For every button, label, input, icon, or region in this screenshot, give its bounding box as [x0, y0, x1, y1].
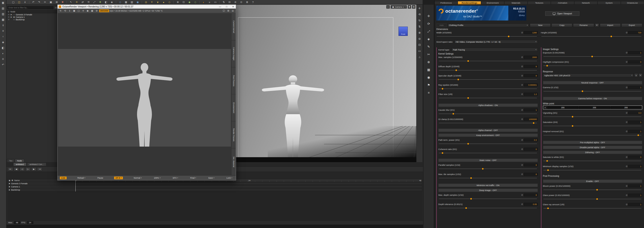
play-button[interactable]: ▷: [26, 167, 30, 171]
top-view-icon[interactable]: ▧: [129, 1, 134, 4]
param-value-field[interactable]: 8: [524, 74, 538, 77]
param-value-field[interactable]: 0: [628, 156, 642, 159]
surface-selection-icon[interactable]: ◉: [426, 75, 431, 80]
translate-tool-icon[interactable]: ⇄: [80, 1, 85, 4]
reset-icon[interactable]: ⊘: [521, 56, 523, 58]
param-value-field[interactable]: 0: [628, 60, 642, 63]
redo-icon[interactable]: ↷: [36, 1, 42, 4]
scene-tree-row[interactable]: ⊙▭BackDrop: [6, 18, 59, 21]
param-value-field[interactable]: 1000000: [524, 118, 538, 121]
reset-icon[interactable]: ⊘: [626, 156, 628, 158]
visibility-icon[interactable]: ⊙: [238, 1, 244, 4]
side-tab-current-kernel[interactable]: Current Kernel: [232, 13, 236, 40]
help-icon[interactable]: ?: [250, 1, 256, 4]
param-value-field[interactable]: 1: [628, 86, 642, 89]
reset-icon[interactable]: ⊘: [626, 31, 628, 34]
param-slider[interactable]: [439, 114, 537, 114]
slider-handle-icon[interactable]: [442, 88, 443, 89]
draw-style-icon[interactable]: ◐: [386, 5, 390, 9]
create-point-light-icon[interactable]: ●: [161, 1, 166, 4]
content-library-icon[interactable]: ▤: [1, 7, 5, 10]
minimize-button[interactable]: —: [217, 5, 223, 9]
param-slider[interactable]: [439, 144, 537, 144]
slider-handle-icon[interactable]: [465, 207, 467, 209]
slider-handle-icon[interactable]: [610, 36, 612, 37]
keyframe-icon[interactable]: ◆: [9, 179, 10, 182]
reset-icon[interactable]: ⊘: [626, 86, 628, 89]
param-slider[interactable]: [439, 178, 537, 178]
track-name[interactable]: ▶Genesis 3 Female: [8, 182, 75, 185]
toggle-header[interactable]: Dithering - OFF: [543, 151, 642, 154]
slider-handle-icon[interactable]: [533, 122, 534, 124]
geometry-editor-icon[interactable]: ▦: [426, 67, 431, 72]
next-keyframe-button[interactable]: ▶: [31, 167, 36, 171]
toggle-header[interactable]: Keep environment - OFF: [438, 134, 538, 137]
render-settings-icon[interactable]: ◐: [1, 52, 5, 55]
reset-icon[interactable]: ⊘: [521, 194, 523, 196]
play-backwards-button[interactable]: ◁: [20, 167, 25, 171]
aspect-frame-icon[interactable]: ▭: [418, 49, 422, 53]
reset-icon[interactable]: ⊘: [521, 31, 523, 34]
reset-icon[interactable]: ⊘: [521, 148, 523, 150]
eye-icon[interactable]: ⊙: [8, 19, 10, 21]
scene-info-icon[interactable]: ≣: [244, 1, 250, 4]
param-value-field[interactable]: 8: [524, 193, 538, 196]
delete-icon[interactable]: ✖: [60, 1, 65, 4]
maximize-button[interactable]: □: [224, 5, 229, 9]
param-slider[interactable]: [542, 36, 642, 37]
param-slider[interactable]: [439, 208, 537, 208]
expand-arrow-icon[interactable]: ▶: [9, 189, 10, 191]
white-point-value-field[interactable]: 255: [548, 106, 578, 109]
param-value-field[interactable]: 720: [628, 31, 642, 34]
orbit-view-icon[interactable]: ⟲: [418, 13, 422, 16]
reset-icon[interactable]: ⊘: [626, 194, 628, 196]
slider-handle-icon[interactable]: [547, 207, 549, 209]
reset-icon[interactable]: ⊘: [521, 74, 523, 77]
create-distant-light-icon[interactable]: ☀: [149, 1, 154, 4]
param-slider[interactable]: [439, 61, 537, 61]
reset-icon[interactable]: ⊘: [626, 130, 628, 133]
param-value-field[interactable]: 1: [524, 108, 538, 111]
open-scene-icon[interactable]: ◫: [16, 1, 22, 4]
track-name[interactable]: ▶Camera 1: [8, 185, 75, 188]
shaping-icon[interactable]: ◈: [1, 40, 5, 44]
view-options-icon[interactable]: ⊞: [412, 5, 416, 9]
new-button[interactable]: New: [530, 24, 550, 27]
response-dropdown[interactable]: Agfacolor HDC 100 plusCD▾: [543, 73, 634, 77]
surface-tool-icon[interactable]: ◧: [103, 1, 109, 4]
align-icon[interactable]: ⇅: [221, 1, 226, 4]
flag-tool-icon[interactable]: ⚑: [426, 83, 431, 87]
select-tool-icon[interactable]: ↖: [68, 1, 74, 4]
slider-handle-icon[interactable]: [470, 177, 472, 179]
param-slider[interactable]: [544, 199, 642, 199]
reset-icon[interactable]: ⊘: [521, 84, 523, 86]
camera-view-icon[interactable]: ◉: [135, 1, 140, 4]
slider-handle-icon[interactable]: [547, 169, 549, 171]
smart-content-icon[interactable]: ▥: [1, 12, 5, 16]
tab-system[interactable]: System: [598, 1, 620, 5]
white-point-value-field[interactable]: 255: [579, 106, 610, 109]
slider-handle-icon[interactable]: [442, 152, 443, 154]
previous-keyframe-button[interactable]: ◀: [14, 167, 19, 171]
export-button[interactable]: Export: [622, 24, 642, 27]
slider-handle-icon[interactable]: [452, 113, 454, 115]
reset-icon[interactable]: ⊘: [521, 118, 523, 121]
param-value-field[interactable]: 1: [628, 203, 642, 206]
reset-icon[interactable]: ⊘: [626, 203, 628, 206]
param-slider[interactable]: [544, 170, 642, 170]
auto-button[interactable]: Auto: [436, 24, 447, 27]
rotate-view-icon[interactable]: ↻: [418, 19, 422, 22]
final-control[interactable]: Final▾: [189, 177, 197, 179]
save-control[interactable]: Save▾: [207, 177, 216, 179]
slider-handle-icon[interactable]: [582, 90, 583, 92]
toggle-header[interactable]: Deep image - OFF: [438, 188, 538, 192]
zoom-out-icon[interactable]: ⊖: [418, 37, 422, 41]
delete-profile-icon[interactable]: ✕: [595, 24, 599, 27]
active-pose-tool-icon[interactable]: ✚: [98, 1, 103, 4]
region-render-icon[interactable]: ▢: [77, 9, 80, 13]
create-camera-icon[interactable]: ◎: [143, 1, 149, 4]
live-control[interactable]: Live: [60, 177, 66, 179]
camera-selector[interactable]: ▣ Camera 1 ▾: [391, 5, 407, 9]
kernel-type-dropdown[interactable]: Path Tracing ▾: [452, 48, 538, 51]
param-value-field[interactable]: 1.2: [524, 93, 538, 96]
